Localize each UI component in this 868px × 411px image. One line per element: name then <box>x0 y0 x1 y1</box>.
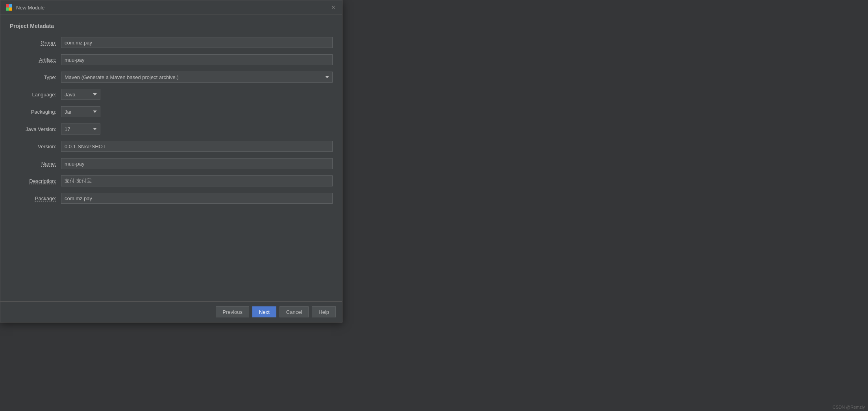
name-label: Name: <box>10 161 61 167</box>
module-icon <box>5 4 13 11</box>
java-version-row: Java Version: 8 11 17 21 <box>10 123 333 135</box>
type-select[interactable]: Maven (Generate a Maven based project ar… <box>61 72 333 83</box>
description-input[interactable] <box>61 175 333 186</box>
cancel-button[interactable]: Cancel <box>279 306 309 317</box>
artifact-label: Artifact: <box>10 57 61 63</box>
dialog-content: Project Metadata Group: Artifact: Type: … <box>0 15 342 301</box>
type-label: Type: <box>10 74 61 80</box>
version-input[interactable] <box>61 141 333 152</box>
language-select[interactable]: Java Kotlin Groovy <box>61 89 100 100</box>
language-label: Language: <box>10 92 61 98</box>
name-row: Name: <box>10 158 333 169</box>
artifact-row: Artifact: <box>10 54 333 65</box>
packaging-row: Packaging: Jar War <box>10 106 333 117</box>
previous-button[interactable]: Previous <box>216 306 249 317</box>
help-button[interactable]: Help <box>312 306 336 317</box>
packaging-select[interactable]: Jar War <box>61 106 100 117</box>
svg-rect-1 <box>9 4 12 7</box>
next-button[interactable]: Next <box>252 306 276 317</box>
java-version-select[interactable]: 8 11 17 21 <box>61 123 100 135</box>
artifact-input[interactable] <box>61 54 333 65</box>
group-label: Group: <box>10 40 61 46</box>
dialog-titlebar: New Module × <box>0 0 342 15</box>
close-button[interactable]: × <box>329 4 337 11</box>
watermark: CSDN @Remziy <box>833 405 865 409</box>
group-row: Group: <box>10 37 333 48</box>
svg-rect-0 <box>6 4 9 7</box>
version-row: Version: <box>10 141 333 152</box>
version-label: Version: <box>10 144 61 149</box>
section-title: Project Metadata <box>10 23 333 29</box>
description-row: Description: <box>10 175 333 186</box>
group-input[interactable] <box>61 37 333 48</box>
name-input[interactable] <box>61 158 333 169</box>
java-version-label: Java Version: <box>10 126 61 132</box>
dialog-title: New Module <box>16 5 44 11</box>
titlebar-left: New Module <box>5 4 44 11</box>
language-row: Language: Java Kotlin Groovy <box>10 89 333 100</box>
package-input[interactable] <box>61 193 333 204</box>
packaging-label: Packaging: <box>10 109 61 115</box>
type-row: Type: Maven (Generate a Maven based proj… <box>10 72 333 83</box>
description-label: Description: <box>10 178 61 184</box>
dialog-footer: Previous Next Cancel Help <box>0 301 342 322</box>
package-label: Package: <box>10 195 61 201</box>
new-module-dialog: New Module × Project Metadata Group: Art… <box>0 0 342 323</box>
svg-rect-2 <box>6 7 9 11</box>
svg-rect-3 <box>9 7 12 11</box>
package-row: Package: <box>10 193 333 204</box>
